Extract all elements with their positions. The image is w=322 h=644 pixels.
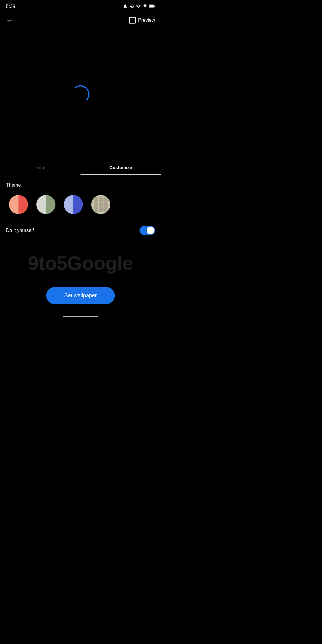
tab-customize[interactable]: Customize xyxy=(80,160,161,175)
signal-icon xyxy=(143,4,147,10)
status-bar: 5:39 xyxy=(0,0,161,12)
svg-rect-1 xyxy=(154,5,155,7)
customize-content: Theme Do it yourself xyxy=(0,175,161,244)
status-time: 5:39 xyxy=(6,4,15,9)
theme-option-beige-grid[interactable] xyxy=(91,195,110,214)
loading-area xyxy=(0,29,161,160)
grid-cell xyxy=(103,202,108,207)
theme-option-warm-red[interactable] xyxy=(9,195,28,214)
loading-spinner xyxy=(72,85,89,103)
theme-option-blue-purple[interactable] xyxy=(64,195,83,214)
tabs-container: Info Customize xyxy=(0,160,161,175)
theme-grid-overlay xyxy=(91,195,110,214)
status-icons xyxy=(123,4,155,10)
grid-cell xyxy=(99,197,103,202)
preview-icon xyxy=(129,17,136,24)
svg-rect-2 xyxy=(149,5,154,7)
back-button[interactable]: ← xyxy=(6,16,13,24)
grid-cell xyxy=(99,202,103,207)
set-wallpaper-button[interactable]: Set wallpaper xyxy=(46,287,114,304)
grid-cell xyxy=(103,207,108,212)
preview-button[interactable]: Preview xyxy=(129,17,155,24)
toggle-knob xyxy=(147,227,154,234)
theme-option-gray-green[interactable] xyxy=(36,195,55,214)
theme-section-title: Theme xyxy=(6,182,155,188)
watermark-text: 9to5Google xyxy=(28,252,133,274)
alarm-icon xyxy=(123,4,128,10)
set-wallpaper-container: Set wallpaper xyxy=(0,287,161,304)
diy-label: Do it yourself xyxy=(6,228,34,233)
mute-icon xyxy=(129,4,134,10)
grid-cell xyxy=(99,207,103,212)
battery-icon xyxy=(149,4,155,9)
grid-cell xyxy=(103,197,108,202)
grid-cell xyxy=(94,207,98,212)
wifi-icon xyxy=(136,4,141,10)
grid-cell xyxy=(94,197,98,202)
diy-row: Do it yourself xyxy=(6,224,155,237)
home-indicator xyxy=(63,316,98,317)
top-navigation: ← Preview xyxy=(0,12,161,29)
tab-info[interactable]: Info xyxy=(0,160,80,175)
diy-toggle[interactable] xyxy=(140,226,155,235)
preview-label: Preview xyxy=(138,18,155,23)
theme-options xyxy=(6,195,155,214)
grid-cell xyxy=(94,202,98,207)
watermark: 9to5Google xyxy=(0,252,161,274)
